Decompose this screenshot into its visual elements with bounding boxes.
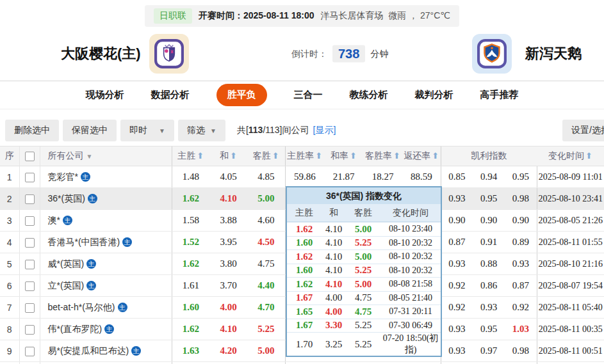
kelly-draw: 0.95 — [473, 319, 505, 340]
header-away-win-sort[interactable]: 客胜⬆ — [247, 146, 285, 166]
history-change-time: 08-10 23:40 — [380, 224, 441, 234]
company-name[interactable]: 立*(英国) — [48, 280, 85, 290]
row-checkbox[interactable] — [25, 238, 35, 248]
company-name[interactable]: 伟*(直布罗陀) — [48, 324, 102, 334]
home-team-logo-icon — [149, 34, 189, 74]
odds-draw: 4.00 — [209, 297, 247, 319]
countdown-label: 倒计时： — [291, 48, 327, 59]
match-info-bar: 日职联 开赛时间：2025-08-11 18:00 洋马长居体育场 微雨 ， 2… — [145, 5, 459, 27]
home-odds-badge-icon: 主 — [122, 237, 132, 247]
company-cell[interactable]: 立*(英国)主 — [40, 275, 172, 297]
history-change-time: 07-30 06:49 — [380, 320, 441, 331]
header-home-rate-sort[interactable]: 主胜率⬆ — [285, 146, 324, 166]
analysis-tab[interactable]: 裁判分析 — [415, 84, 453, 106]
home-odds-badge-icon: 主 — [131, 346, 141, 356]
header-draw-sort[interactable]: 和⬆ — [209, 146, 247, 166]
settings-select-button[interactable]: 设置/选择 — [562, 120, 604, 141]
company-name[interactable]: 香港马*(中国香港) — [48, 237, 120, 247]
filter-dropdown[interactable]: 筛选 ▼ — [178, 120, 225, 141]
header-away-rate-label: 客胜率 — [365, 150, 392, 161]
change-time: 2025-08-09 11:01 — [537, 166, 604, 188]
odds-time-dropdown-value: 即时 — [129, 125, 147, 136]
home-odds-badge-icon: 主 — [88, 194, 97, 203]
company-name[interactable]: 澳* — [48, 215, 60, 225]
odds-draw: 4.10 — [209, 319, 247, 340]
kelly-draw: 0.93 — [473, 362, 505, 364]
kelly-away: 0.98 — [505, 340, 537, 362]
company-name[interactable]: bet-at-h*(马尔他) — [48, 302, 115, 312]
company-count-prefix: 共[ — [237, 125, 249, 135]
weather-text: 微雨 ， 27°C℃ — [388, 10, 450, 20]
countdown-unit: 分钟 — [370, 48, 388, 59]
company-cell[interactable]: 威*(英国)主 — [40, 253, 172, 275]
keep-selected-button[interactable]: 保留选中 — [63, 120, 117, 141]
analysis-tab[interactable]: 高手推荐 — [480, 84, 519, 106]
payout-rate: 88.59 — [402, 166, 441, 188]
row-checkbox[interactable] — [25, 216, 35, 226]
kelly-away: 0.95 — [505, 166, 537, 188]
header-seq: 序 — [0, 146, 19, 166]
odds-time-dropdown[interactable]: 即时 ▼ — [120, 120, 174, 141]
analysis-tab[interactable]: 胜平负 — [216, 84, 267, 106]
company-cell[interactable]: 澳*主 — [40, 210, 172, 232]
company-cell[interactable]: 竞彩官*主 — [40, 166, 172, 188]
row-checkbox[interactable] — [25, 173, 35, 182]
popup-header-time: 变化时间 — [380, 207, 441, 219]
header-company[interactable]: 所有公司▼ — [40, 146, 172, 166]
row-checkbox[interactable] — [25, 325, 35, 335]
odds-comparison-page: 日职联 开赛时间：2025-08-11 18:00 洋马长居体育场 微雨 ， 2… — [0, 0, 604, 364]
row-checkbox[interactable] — [25, 347, 35, 356]
odds-draw: 3.95 — [209, 232, 247, 253]
row-checkbox[interactable] — [25, 260, 35, 269]
analysis-tab[interactable]: 数据分析 — [151, 84, 190, 106]
kickoff-label: 开赛时间： — [199, 10, 243, 20]
sort-up-icon: ⬆ — [350, 151, 357, 161]
odds-away-win: 4.85 — [247, 166, 285, 188]
company-cell[interactable]: 伟*(直布罗陀)主 — [40, 319, 172, 340]
header-payout-rate-sort[interactable]: 返还率⬆ — [402, 146, 441, 166]
popup-header-draw: 和 — [322, 207, 346, 219]
analysis-tab[interactable]: 三合一 — [294, 84, 323, 106]
analysis-tabs: 现场分析 数据分析 胜平负 三合一 教练分析 裁判分析 高手推荐 — [0, 81, 604, 109]
row-index: 7 — [0, 297, 19, 319]
kelly-draw: 0.95 — [473, 188, 505, 210]
odds-history-row: 1.65 4.00 4.75 07-31 20:11 — [287, 305, 441, 319]
history-home-odds: 1.67 — [287, 320, 322, 331]
change-time: 2025-08-10 21:16 — [537, 253, 604, 275]
popup-header-home: 主胜 — [287, 207, 322, 219]
header-away-win-label: 客胜 — [253, 150, 271, 161]
company-cell[interactable]: 香港马*(中国香港)主 — [40, 232, 172, 253]
history-home-odds: 1.65 — [287, 306, 322, 317]
header-home-win-label: 主胜 — [177, 150, 195, 161]
row-checkbox[interactable] — [25, 194, 35, 204]
row-checkbox-cell — [19, 297, 40, 319]
company-cell[interactable]: 36*(英国)主 — [40, 188, 172, 210]
kelly-home: 0.87 — [441, 232, 473, 253]
chevron-down-icon: ▼ — [159, 127, 165, 134]
select-all-checkbox[interactable] — [25, 152, 35, 161]
header-home-win-sort[interactable]: 主胜⬆ — [172, 146, 209, 166]
company-cell[interactable]: bet-at-h*(马尔他)主 — [40, 297, 172, 319]
company-name[interactable]: 36*(英国) — [48, 193, 85, 203]
header-draw-rate-sort[interactable]: 和率⬆ — [324, 146, 363, 166]
header-away-rate-sort[interactable]: 客胜率⬆ — [363, 146, 402, 166]
company-name[interactable]: 易*(安提瓜和巴布达) — [48, 345, 129, 356]
popup-header-away: 客胜 — [346, 207, 380, 219]
row-checkbox[interactable] — [25, 281, 35, 291]
kelly-away: 0.87 — [505, 275, 537, 297]
header-change-time-sort[interactable]: 变化时间⬆ — [537, 146, 604, 166]
delete-selected-button[interactable]: 删除选中 — [5, 120, 59, 141]
show-link[interactable]: [显示] — [313, 125, 336, 136]
company-name[interactable]: 威*(英国) — [48, 258, 85, 269]
company-name[interactable]: 竞彩官* — [48, 171, 78, 182]
odds-draw: 4.05 — [209, 166, 247, 188]
analysis-tab[interactable]: 现场分析 — [86, 84, 124, 106]
company-cell[interactable]: 易*(安提瓜和巴布达)主 — [40, 340, 172, 362]
kelly-home: 0.93 — [441, 362, 473, 364]
history-change-time: 07-20 18:50(初指) — [380, 333, 441, 356]
analysis-tab[interactable]: 教练分析 — [350, 84, 388, 106]
company-cell[interactable]: Interwet*(塞浦路斯)主 — [40, 362, 172, 364]
odds-home-win: 1.60 — [172, 297, 209, 319]
row-checkbox[interactable] — [25, 303, 35, 313]
odds-home-win: 1.62 — [172, 319, 209, 340]
